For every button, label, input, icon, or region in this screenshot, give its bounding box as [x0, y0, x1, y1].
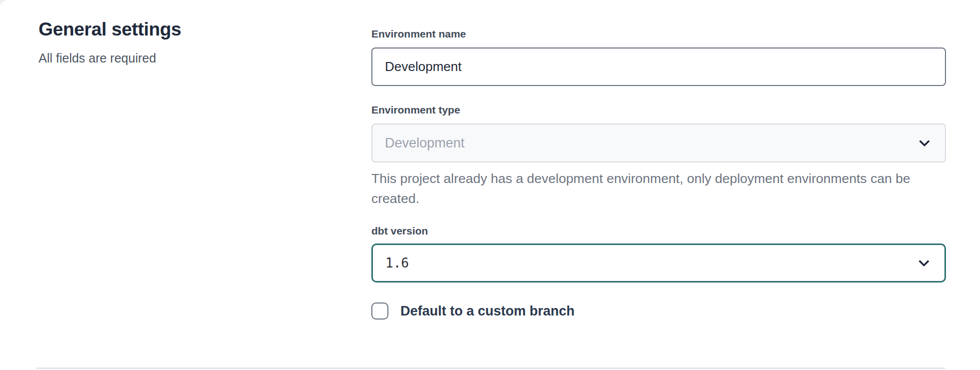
dbt-version-label: dbt version: [371, 225, 428, 237]
page-subtitle: All fields are required: [39, 51, 156, 66]
dbt-version-select[interactable]: 1.6: [371, 244, 946, 282]
custom-branch-checkbox[interactable]: [371, 302, 388, 320]
custom-branch-row[interactable]: Default to a custom branch: [371, 302, 575, 320]
environment-type-label: Environment type: [371, 104, 460, 116]
environment-type-value: Development: [385, 136, 464, 151]
environment-type-select[interactable]: Development: [371, 124, 946, 162]
chevron-down-icon: [916, 255, 932, 271]
settings-panel: General settings All fields are required…: [0, 0, 980, 370]
dbt-version-value: 1.6: [385, 256, 409, 270]
custom-branch-label: Default to a custom branch: [400, 304, 575, 319]
page-title: General settings: [39, 19, 181, 40]
environment-name-input[interactable]: [371, 48, 946, 86]
section-divider: [36, 368, 945, 369]
environment-name-label: Environment name: [371, 28, 466, 40]
chevron-down-icon: [916, 135, 932, 151]
environment-type-help-text: This project already has a development e…: [371, 168, 947, 208]
